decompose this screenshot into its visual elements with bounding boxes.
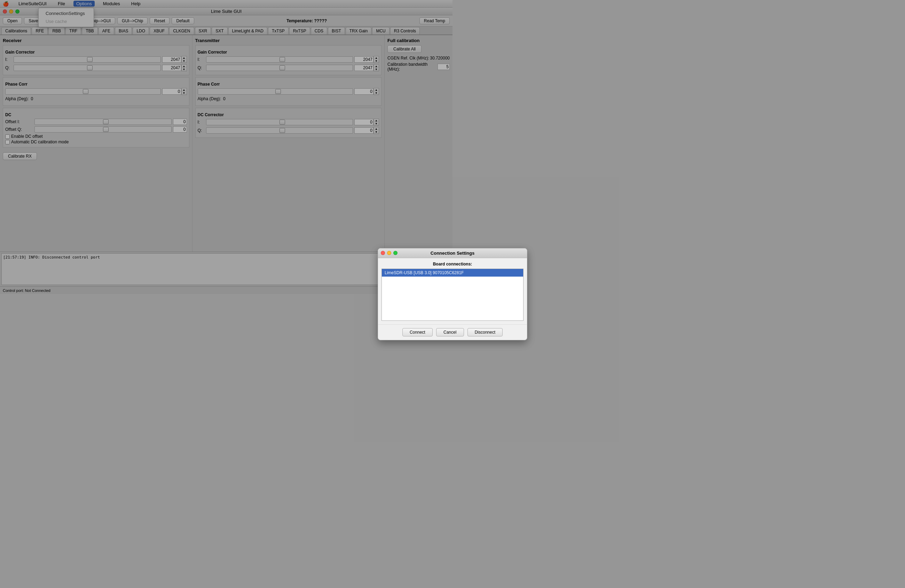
board-connections-label: Board connections: — [381, 262, 452, 266]
modal-title: Connection Settings — [430, 250, 452, 256]
connection-item-limesdr[interactable]: LimeSDR-USB [USB 3.0] 9070105C6281F — [382, 269, 452, 277]
modal-maximize-button[interactable] — [393, 251, 397, 255]
modal-close-button[interactable] — [381, 251, 385, 255]
modal-traffic-lights — [381, 251, 397, 255]
connection-settings-modal: Connection Settings Board connections: L… — [378, 248, 452, 294]
modal-overlay: Connection Settings Board connections: L… — [0, 0, 452, 294]
connection-list[interactable]: LimeSDR-USB [USB 3.0] 9070105C6281F — [381, 269, 452, 294]
modal-titlebar: Connection Settings — [378, 249, 452, 258]
modal-minimize-button[interactable] — [387, 251, 391, 255]
modal-body: Board connections: LimeSDR-USB [USB 3.0]… — [378, 258, 452, 294]
